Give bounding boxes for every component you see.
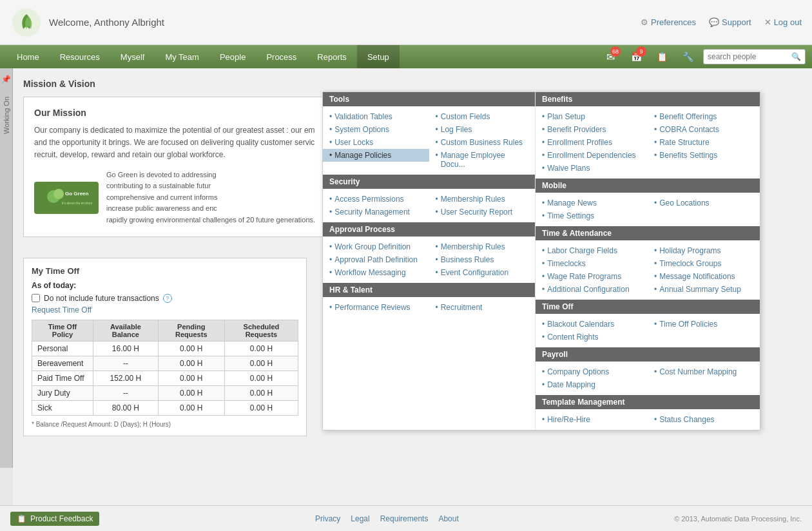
custom-business-rules-item[interactable]: Custom Business Rules xyxy=(429,136,536,149)
manage-news-item[interactable]: Manage News xyxy=(536,197,648,209)
enrollment-profiles-item[interactable]: Enrollment Profiles xyxy=(536,136,648,149)
nav-right: 68 9 🔍 xyxy=(600,45,806,68)
top-bar: Welcome, Anthony Albright Preferences Su… xyxy=(0,0,812,45)
nav-setup[interactable]: Setup xyxy=(357,45,400,68)
wage-rate-programs-item[interactable]: Wage Rate Programs xyxy=(536,270,648,283)
manage-policies-item[interactable]: Manage Policies xyxy=(323,149,429,162)
time-off-policies-item[interactable]: Time Off Policies xyxy=(648,318,760,331)
mobile-header: Mobile xyxy=(536,179,760,193)
feedback-icon: 📋 xyxy=(17,514,26,523)
nav-process[interactable]: Process xyxy=(256,45,307,68)
time-settings-item[interactable]: Time Settings xyxy=(536,209,648,222)
work-group-definition-item[interactable]: Work Group Definition xyxy=(323,240,429,253)
benefits-col-right: Benefit Offerings COBRA Contacts Rate St… xyxy=(648,109,760,176)
timeoff-header: Time Off xyxy=(536,300,760,314)
log-files-item[interactable]: Log Files xyxy=(429,123,536,136)
envelope-btn[interactable]: 68 xyxy=(600,46,621,67)
nav-reports[interactable]: Reports xyxy=(307,45,357,68)
security-col-right: Membership Rules User Security Report xyxy=(429,191,536,220)
template-col-right: Status Changes xyxy=(648,412,760,427)
system-options-item[interactable]: System Options xyxy=(323,123,429,136)
manage-employee-doc-item[interactable]: Manage Employee Docu... xyxy=(429,149,536,171)
calendar-btn[interactable]: 9 xyxy=(626,46,646,67)
logo-area: Welcome, Anthony Albright xyxy=(10,6,164,39)
legal-link[interactable]: Legal xyxy=(351,514,369,523)
template-header: Template Management xyxy=(536,395,760,409)
approval-path-definition-item[interactable]: Approval Path Definition xyxy=(323,253,429,266)
company-options-item[interactable]: Company Options xyxy=(536,365,648,378)
time-attendance-header: Time & Attendance xyxy=(536,226,760,240)
search-input[interactable] xyxy=(708,52,791,61)
event-configuration-item[interactable]: Event Configuration xyxy=(429,266,536,279)
nav-myself[interactable]: Myself xyxy=(110,45,155,68)
business-rules-item[interactable]: Business Rules xyxy=(429,253,536,266)
time-attendance-items: Labor Charge Fields Timeclocks Wage Rate… xyxy=(536,240,760,300)
security-management-item[interactable]: Security Management xyxy=(323,206,429,218)
recruitment-item[interactable]: Recruitment xyxy=(429,301,536,314)
date-mapping-item[interactable]: Date Mapping xyxy=(536,378,648,391)
hire-rehire-item[interactable]: Hire/Re-Hire xyxy=(536,413,648,426)
approval-membership-rules-item[interactable]: Membership Rules xyxy=(429,240,536,253)
dropdown-overlay: Tools Validation Tables System Options U… xyxy=(13,92,812,505)
logout-link[interactable]: Log out xyxy=(764,17,802,27)
benefit-offerings-item[interactable]: Benefit Offerings xyxy=(648,110,760,123)
working-on-icon: 📌 xyxy=(1,75,11,84)
tools-items: Validation Tables System Options User Lo… xyxy=(323,106,535,175)
support-link[interactable]: Support xyxy=(709,17,751,27)
top-links: Preferences Support Log out xyxy=(641,17,802,27)
footer-feedback-btn[interactable]: 📋 Product Feedback xyxy=(10,512,99,526)
nav-bar: Home Resources Myself My Team People Pro… xyxy=(0,45,812,68)
user-locks-item[interactable]: User Locks xyxy=(323,136,429,149)
timeclocks-item[interactable]: Timeclocks xyxy=(536,257,648,270)
validation-tables-item[interactable]: Validation Tables xyxy=(323,110,429,123)
approval-items: Work Group Definition Approval Path Defi… xyxy=(323,237,535,283)
enrollment-dependencies-item[interactable]: Enrollment Dependencies xyxy=(536,149,648,162)
geo-locations-item[interactable]: Geo Locations xyxy=(648,197,760,209)
timeclock-groups-item[interactable]: Timeclock Groups xyxy=(648,257,760,270)
security-header: Security xyxy=(323,175,535,189)
book-btn[interactable] xyxy=(652,46,672,67)
cost-number-mapping-item[interactable]: Cost Number Mapping xyxy=(648,365,760,378)
working-on-label: Working On xyxy=(3,97,10,134)
membership-rules-item[interactable]: Membership Rules xyxy=(429,193,536,206)
setup-dropdown: Tools Validation Tables System Options U… xyxy=(322,92,760,430)
nav-home[interactable]: Home xyxy=(6,45,50,68)
nav-myteam[interactable]: My Team xyxy=(155,45,209,68)
workflow-messaging-item[interactable]: Workflow Messaging xyxy=(323,266,429,279)
plan-setup-item[interactable]: Plan Setup xyxy=(536,110,648,123)
security-col-left: Access Permissions Security Management xyxy=(323,191,429,220)
rate-structure-item[interactable]: Rate Structure xyxy=(648,136,760,149)
privacy-link[interactable]: Privacy xyxy=(315,514,340,523)
additional-configuration-item[interactable]: Additional Configuration xyxy=(536,283,648,296)
access-permissions-item[interactable]: Access Permissions xyxy=(323,193,429,206)
nav-resources[interactable]: Resources xyxy=(50,45,110,68)
mobile-col-right: Geo Locations xyxy=(648,195,760,224)
user-security-report-item[interactable]: User Security Report xyxy=(429,206,536,218)
cobra-contacts-item[interactable]: COBRA Contacts xyxy=(648,123,760,136)
envelope-badge: 68 xyxy=(610,46,621,57)
holiday-programs-item[interactable]: Holiday Programs xyxy=(648,244,760,257)
footer: 📋 Product Feedback Privacy Legal Require… xyxy=(0,505,812,531)
message-notifications-item[interactable]: Message Notifications xyxy=(648,270,760,283)
template-col-left: Hire/Re-Hire xyxy=(536,412,648,427)
waive-plans-item[interactable]: Waive Plans xyxy=(536,162,648,175)
dropdown-left: Tools Validation Tables System Options U… xyxy=(323,92,536,430)
benefit-providers-item[interactable]: Benefit Providers xyxy=(536,123,648,136)
labor-charge-fields-item[interactable]: Labor Charge Fields xyxy=(536,244,648,257)
search-box[interactable]: 🔍 xyxy=(703,49,806,64)
mobile-items: Manage News Time Settings Geo Locations xyxy=(536,193,760,226)
requirements-link[interactable]: Requirements xyxy=(380,514,429,523)
custom-fields-item[interactable]: Custom Fields xyxy=(429,110,536,123)
wrench-btn[interactable] xyxy=(677,46,698,67)
about-link[interactable]: About xyxy=(438,514,458,523)
benefits-settings-item[interactable]: Benefits Settings xyxy=(648,149,760,162)
annual-summary-setup-item[interactable]: Annual Summary Setup xyxy=(648,283,760,296)
content-rights-item[interactable]: Content Rights xyxy=(536,331,648,343)
status-changes-item[interactable]: Status Changes xyxy=(648,413,760,426)
preferences-link[interactable]: Preferences xyxy=(641,17,696,27)
nav-people[interactable]: People xyxy=(209,45,256,68)
blackout-calendars-item[interactable]: Blackout Calendars xyxy=(536,318,648,331)
performance-reviews-item[interactable]: Performance Reviews xyxy=(323,301,429,314)
payroll-items: Company Options Date Mapping Cost Number… xyxy=(536,362,760,395)
left-sidebar: 📌 Working On xyxy=(0,68,13,468)
